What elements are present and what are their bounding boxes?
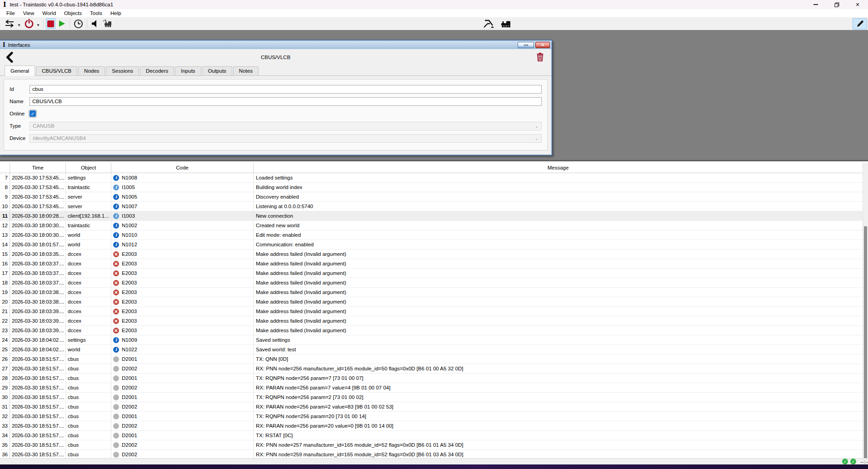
power-dropdown-caret[interactable]: ▼ (36, 23, 40, 27)
log-row[interactable]: 292026-03-30 18:51:57....cbusD2002RX: PA… (0, 383, 863, 393)
log-row[interactable]: 162026-03-30 18:03:37....dccex✕E2003Make… (0, 259, 863, 269)
smoke-button[interactable] (100, 18, 114, 29)
log-row[interactable]: 132026-03-30 18:00:30....worldiN1010Edit… (0, 230, 863, 240)
log-row[interactable]: 92026-03-30 17:53:45....serveriN1005Disc… (0, 192, 863, 202)
clock-button[interactable] (72, 18, 85, 29)
log-row[interactable]: 252026-03-30 18:04:02....worldiN1022Save… (0, 345, 863, 354)
power-button[interactable] (23, 18, 35, 29)
column-header-message[interactable]: Message (254, 163, 863, 173)
log-object: traintastic (66, 221, 111, 230)
device-value: /dev/ttyACMCANUSB4 (33, 135, 86, 141)
log-row[interactable]: 182026-03-30 18:03:37....dccex✕E2003Make… (0, 278, 863, 288)
dialog-header: CBUS/VLCB (0, 49, 551, 65)
log-code-text: D2001 (122, 393, 137, 402)
column-header-time[interactable]: Time (10, 163, 66, 173)
tab-outputs[interactable]: Outputs (202, 66, 232, 75)
dialog-minimize-button[interactable] (518, 42, 534, 48)
log-row[interactable]: 232026-03-30 18:03:39....dccex✕E2003Make… (0, 326, 863, 335)
log-message: Make address failed (Invalid argument) (254, 259, 863, 268)
reverse-dropdown-caret[interactable]: ▼ (17, 23, 21, 27)
log-row[interactable]: 312026-03-30 18:51:57....cbusD2002RX: PA… (0, 402, 863, 412)
log-row[interactable]: 72026-03-30 17:53:45....settingsiN1008Lo… (0, 173, 863, 183)
log-row[interactable]: 262026-03-30 18:51:57....cbusD2001TX: QN… (0, 354, 863, 364)
scrollbar-thumb[interactable] (864, 226, 867, 458)
log-row[interactable]: 152026-03-30 18:03:35....dccex✕E2003Make… (0, 249, 863, 259)
name-input[interactable] (30, 97, 542, 106)
restore-button[interactable] (826, 0, 847, 9)
dialog-close-button[interactable]: ✕ (535, 42, 550, 48)
log-code: D2002 (111, 440, 254, 449)
log-row[interactable]: 322026-03-30 18:51:57....cbusD2001TX: RQ… (0, 412, 863, 421)
back-chevron-icon (5, 52, 13, 63)
name-label: Name (10, 99, 30, 104)
trains-button[interactable] (499, 18, 514, 29)
menu-objects[interactable]: Objects (60, 10, 86, 16)
column-header-object[interactable]: Object (66, 163, 111, 173)
log-row[interactable]: 192026-03-30 18:03:38....dccex✕E2003Make… (0, 288, 863, 297)
tab-inputs[interactable]: Inputs (175, 66, 201, 75)
tab-decoders[interactable]: Decoders (140, 66, 174, 75)
log-message: TX: RSTAT [0C] (254, 431, 863, 440)
log-message: Make address failed (Invalid argument) (254, 249, 863, 259)
log-row[interactable]: 202026-03-30 18:03:38....dccex✕E2003Make… (0, 297, 863, 307)
edit-mode-button[interactable] (853, 18, 867, 30)
log-code: D2001 (111, 412, 254, 421)
log-row[interactable]: 362026-03-30 18:51:57....cbusD2002RX: PN… (0, 450, 863, 458)
log-row[interactable]: 112026-03-30 18:00:28....client[192.168.… (0, 211, 863, 221)
log-row[interactable]: 102026-03-30 17:53:45....serveriN1007Lis… (0, 202, 863, 211)
log-row[interactable]: 142026-03-30 18:01:57....worldiN1012Comm… (0, 240, 863, 249)
log-code: iN1002 (111, 221, 254, 230)
log-row[interactable]: 302026-03-30 18:51:57....cbusD2001TX: RQ… (0, 393, 863, 402)
column-header-rownum[interactable] (0, 163, 10, 173)
log-row[interactable]: 82026-03-30 17:53:45....traintasticiI100… (0, 183, 863, 192)
column-header-code[interactable]: Code (111, 163, 254, 173)
log-row[interactable]: 272026-03-30 18:51:57....cbusD2002RX: PN… (0, 364, 863, 374)
tab-notes[interactable]: Notes (233, 66, 259, 75)
close-button[interactable]: × (847, 0, 868, 9)
run-button[interactable] (56, 18, 67, 29)
boards-button[interactable] (481, 18, 496, 29)
log-row[interactable]: 352026-03-30 18:51:57....cbusD2002RX: PN… (0, 440, 863, 450)
stop-button[interactable] (46, 18, 55, 29)
menu-world[interactable]: World (38, 10, 60, 16)
status-green-check-icon: ✓ (842, 459, 848, 464)
type-select[interactable]: CANUSB ⌄ (30, 122, 542, 130)
log-code-text: E2003 (122, 249, 137, 259)
mute-button[interactable] (90, 18, 100, 29)
delete-button[interactable] (536, 52, 544, 61)
id-input[interactable] (30, 85, 542, 94)
tab-general[interactable]: General (5, 65, 35, 76)
log-row[interactable]: 222026-03-30 18:03:39....dccex✕E2003Make… (0, 316, 863, 326)
log-row[interactable]: 282026-03-30 18:51:57....cbusD2001TX: RQ… (0, 374, 863, 383)
dot-icon (113, 385, 119, 391)
tab-nodes[interactable]: Nodes (78, 66, 105, 75)
dialog-titlebar[interactable]: I Interfaces ✕ (0, 41, 551, 49)
log-message: Saved world: test (254, 345, 863, 354)
log-time: 2026-03-30 18:03:38.... (10, 297, 66, 306)
menu-tools[interactable]: Tools (86, 10, 106, 16)
reverse-direction-button[interactable] (3, 18, 16, 29)
error-icon: ✕ (113, 261, 119, 267)
menu-view[interactable]: View (19, 10, 39, 16)
menu-help[interactable]: Help (106, 10, 125, 16)
log-row[interactable]: 212026-03-30 18:03:39....dccex✕E2003Make… (0, 307, 863, 316)
log-time: 2026-03-30 18:51:57.... (10, 450, 66, 458)
log-row-number: 7 (0, 173, 10, 182)
log-row-number: 31 (0, 402, 10, 411)
online-checkbox[interactable]: ✓ (30, 110, 36, 117)
menu-file[interactable]: File (2, 10, 19, 16)
device-select[interactable]: /dev/ttyACMCANUSB4 ⌄ (30, 134, 542, 143)
log-scrollbar[interactable] (863, 163, 868, 458)
log-object: cbus (66, 421, 111, 430)
log-object: dccex (66, 326, 111, 335)
back-button[interactable] (5, 52, 13, 63)
log-row[interactable]: 342026-03-30 18:51:57....cbusD2001TX: RS… (0, 431, 863, 440)
tab-cbus-vlcb[interactable]: CBUS/VLCB (36, 66, 77, 75)
log-row[interactable]: 332026-03-30 18:51:57....cbusD2002RX: PA… (0, 421, 863, 431)
minimize-button[interactable] (805, 0, 826, 9)
log-row[interactable]: 172026-03-30 18:03:37....dccex✕E2003Make… (0, 269, 863, 278)
log-row[interactable]: 122026-03-30 18:00:30....traintasticiN10… (0, 221, 863, 230)
minimize-icon (813, 4, 818, 5)
tab-sessions[interactable]: Sessions (106, 66, 139, 75)
log-row[interactable]: 242026-03-30 18:04:02....settingsiN1009S… (0, 335, 863, 345)
